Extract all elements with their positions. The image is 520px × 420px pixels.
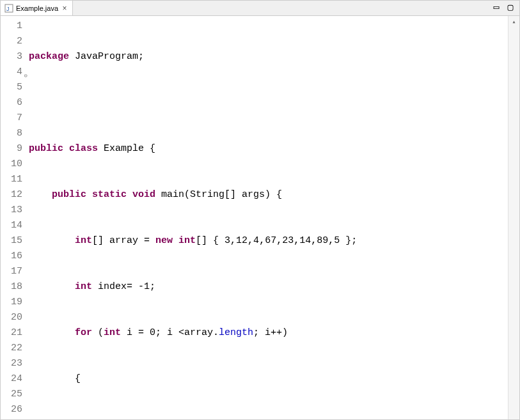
line-number: 1 (1, 19, 26, 34)
editor: 1234⊖56789101112131415161718192021222324… (1, 16, 519, 419)
scroll-up-icon[interactable]: ▴ (508, 16, 519, 27)
vertical-scrollbar[interactable]: ▴ (508, 16, 519, 419)
line-number: 3 (1, 49, 26, 65)
line-number: 6 (1, 95, 26, 111)
tab-filename: Example.java (16, 4, 58, 12)
line-number: 2 (1, 34, 26, 49)
line-number-gutter: 1234⊖56789101112131415161718192021222324… (1, 16, 26, 419)
line-number: 9 (1, 141, 26, 157)
line-number: 4⊖ (1, 65, 26, 80)
svg-text:J: J (6, 6, 10, 12)
maximize-icon[interactable]: ▢ (505, 2, 516, 12)
line-number: 23 (1, 356, 26, 371)
close-icon[interactable]: × (61, 4, 68, 12)
window-controls: ▭ ▢ (491, 2, 516, 12)
line-number: 25 (1, 387, 26, 402)
line-number: 11 (1, 172, 26, 187)
line-number: 8 (1, 126, 26, 141)
line-number: 7 (1, 111, 26, 126)
minimize-icon[interactable]: ▭ (491, 2, 501, 12)
line-number: 26 (1, 402, 26, 417)
code-area[interactable]: package JavaProgram; public class Exampl… (26, 16, 508, 419)
java-file-icon: J (4, 4, 13, 13)
line-number: 5 (1, 80, 26, 95)
line-number: 19 (1, 295, 26, 310)
line-number: 10 (1, 157, 26, 172)
line-number: 12 (1, 187, 26, 203)
line-number: 24 (1, 371, 26, 387)
line-number: 16 (1, 249, 26, 264)
line-number: 14 (1, 218, 26, 233)
line-number: 21 (1, 325, 26, 341)
line-number: 22 (1, 341, 26, 356)
editor-tab[interactable]: J Example.java × (1, 1, 73, 15)
line-number: 17 (1, 264, 26, 279)
line-number: 18 (1, 279, 26, 295)
tab-bar: J Example.java × ▭ ▢ (1, 1, 519, 16)
line-number: 20 (1, 310, 26, 325)
line-number: 13 (1, 203, 26, 218)
line-number: 15 (1, 233, 26, 249)
